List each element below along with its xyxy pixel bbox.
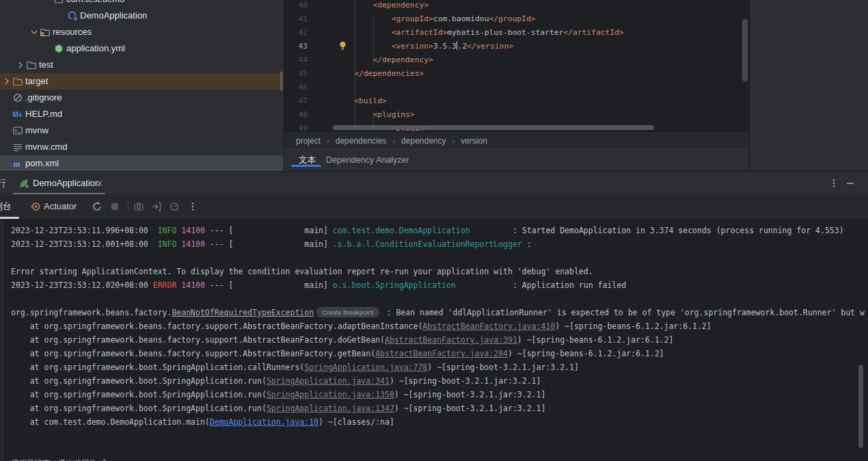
tree-item-com-test-demo[interactable]: com.test.demo <box>0 0 284 8</box>
attach-arrow-icon[interactable] <box>151 201 162 212</box>
stacktrace-link[interactable]: SpringApplication.java:1347 <box>267 404 394 413</box>
tree-item-pom-xml[interactable]: mpom.xml <box>0 155 284 171</box>
tree-item-target[interactable]: target <box>0 73 284 90</box>
tree-item-mvnw-cmd[interactable]: mvnw.cmd <box>0 139 284 155</box>
code-line-41: <groupId>com.baomidou</groupId> <box>336 12 624 26</box>
text-segment: ) ~[spring-beans-6.1.2.jar:6.1.2] <box>555 321 711 331</box>
stacktrace-link[interactable]: SpringApplication.java:1358 <box>267 390 394 399</box>
console-line: 2023-12-23T23:53:11.996+08:00 INFO 14100… <box>11 224 868 237</box>
text-segment: at org.springframework.beans.factory.sup… <box>11 349 375 358</box>
stacktrace-link[interactable]: BeanNotOfRequiredTypeException <box>172 308 314 317</box>
tree-item-test[interactable]: test <box>0 57 284 73</box>
tree-item-demoapplication[interactable]: DemoApplication <box>0 8 284 24</box>
stacktrace-link[interactable]: SpringApplication.java:341 <box>267 376 390 386</box>
text-segment: <version> <box>392 42 433 51</box>
text-segment: : Application run failed <box>456 280 626 290</box>
breadcrumb-item-version[interactable]: version <box>461 136 487 146</box>
text-segment: com.test.demo.DemoApplication <box>333 226 470 235</box>
console-vertical-scrollbar[interactable] <box>858 365 863 448</box>
text-segment: : Bean named 'ddlApplicationRunner' is e… <box>382 308 865 317</box>
stacktrace-link[interactable]: SpringApplication.java:778 <box>304 363 427 372</box>
editor-vertical-scrollbar[interactable] <box>742 19 748 81</box>
breadcrumb-item-dependency[interactable]: dependency <box>401 136 446 146</box>
tree-item-label: target <box>25 73 48 90</box>
more-toolbar-icon[interactable] <box>187 201 198 212</box>
tab-text[interactable]: 文本 <box>299 150 316 172</box>
tree-item-help-md[interactable]: MHELP.md <box>0 106 284 122</box>
text-segment: o.s.boot.SpringApplication <box>333 280 456 290</box>
text-segment: at com.test.demo.DemoApplication.main( <box>11 417 210 427</box>
tree-item-label: .gitignore <box>25 90 62 106</box>
stacktrace-link[interactable]: AbstractBeanFactory.java:204 <box>375 349 508 358</box>
more-options-icon[interactable] <box>828 178 839 189</box>
text-segment: --- [ main] <box>205 239 333 249</box>
console-line: at com.test.demo.DemoApplication.main(De… <box>11 415 868 429</box>
text-segment: INFO <box>158 226 177 235</box>
text-segment: at org.springframework.boot.SpringApplic… <box>11 390 267 399</box>
text-segment: <build> <box>354 96 387 105</box>
console-line: 2023-12-23T23:53:12.020+08:00 ERROR 1410… <box>11 278 868 292</box>
text-segment: 2023-12-23T23:53:11.996+08:00 <box>11 226 158 235</box>
code-line-47: <build> <box>336 94 624 108</box>
text-segment: 14100 <box>181 280 205 290</box>
text-segment <box>336 1 372 10</box>
gauge-icon[interactable] <box>169 201 180 212</box>
line-number: 40 <box>284 0 308 12</box>
text-segment: </dependencies> <box>354 69 424 78</box>
text-segment: 2023-12-23T23:53:12.001+08:00 <box>11 239 158 249</box>
close-icon[interactable] <box>94 178 105 189</box>
tree-item-label: DemoApplication <box>80 8 147 24</box>
text-segment: ERROR <box>153 280 177 290</box>
tree-item-application-yml[interactable]: application.yml <box>0 40 284 57</box>
code-line-45: </dependencies> <box>336 67 624 81</box>
code-editor[interactable]: 40414243444546474849 <dependency> <group… <box>284 0 749 131</box>
text-segment: 进程已结束，退出代码为 1 <box>11 458 107 461</box>
console-output[interactable]: 2023-12-23T23:53:11.996+08:00 INFO 14100… <box>0 219 868 461</box>
stacktrace-link[interactable]: AbstractBeanFactory.java:410 <box>422 321 555 331</box>
run-toolwindow-label: 运行 <box>0 172 6 195</box>
line-number: 46 <box>284 81 308 94</box>
breadcrumb-separator-icon: › <box>452 137 455 145</box>
thread-dump-camera-icon[interactable] <box>133 201 144 212</box>
rerun-icon[interactable] <box>92 201 103 212</box>
breadcrumb-item-dependencies[interactable]: dependencies <box>336 136 387 146</box>
ide-window: com.test.demoDemoApplicationresourcesapp… <box>0 0 868 461</box>
text-segment: --- [ main] <box>205 280 333 290</box>
stop-icon[interactable] <box>109 201 120 212</box>
breadcrumb-item-project[interactable]: project <box>296 136 321 146</box>
line-number: 47 <box>284 94 308 108</box>
breadcrumb-bar: project›dependencies›dependency›version <box>284 131 749 149</box>
line-number: 49 <box>284 122 308 131</box>
stacktrace-link[interactable]: DemoApplication.java:10 <box>210 417 318 427</box>
text-segment: </dependency> <box>372 55 433 64</box>
tree-item-resources[interactable]: resources <box>0 24 284 40</box>
tree-item-mvnw[interactable]: mvnw <box>0 122 284 139</box>
text-segment: ) ~[spring-beans-6.1.2.jar:6.1.2] <box>517 335 673 345</box>
console-tab[interactable]: 控制台 <box>0 194 19 219</box>
tree-scrollbar[interactable] <box>280 71 282 91</box>
spring-config-icon <box>53 43 64 54</box>
tab-dependency-analyzer[interactable]: Dependency Analyzer <box>326 150 409 172</box>
minimize-icon[interactable] <box>845 178 856 189</box>
ignore-icon <box>12 92 23 103</box>
stacktrace-link[interactable]: AbstractBeanFactory.java:391 <box>385 335 517 345</box>
editor-bottom-tabbar: 文本Dependency Analyzer <box>284 149 749 171</box>
tree-item--gitignore[interactable]: .gitignore <box>0 90 284 106</box>
actuator-tab-label: Actuator <box>44 194 77 219</box>
intention-bulb-icon[interactable] <box>338 40 348 51</box>
console-line: 2023-12-23T23:53:12.001+08:00 INFO 14100… <box>11 237 868 251</box>
text-segment: <groupId> <box>392 14 433 23</box>
code-line-40: <dependency> <box>336 0 624 12</box>
chevron-right-icon[interactable] <box>1 76 12 87</box>
chevron-down-icon[interactable] <box>29 27 40 38</box>
text-segment <box>336 110 372 119</box>
editor-gutter: 40414243444546474849 <box>284 0 308 131</box>
create-breakpoint-badge[interactable]: Create breakpoint <box>316 307 379 317</box>
text-segment: </artifactId> <box>563 28 623 37</box>
code-line-42: <artifactId>mybatis-plus-boot-starter</a… <box>336 26 624 40</box>
chevron-right-icon[interactable] <box>15 60 26 70</box>
editor-horizontal-scrollbar[interactable] <box>333 125 654 130</box>
text-segment: ) ~[spring-boot-3.2.1.jar:3.2.1] <box>394 404 546 413</box>
text-segment: --- [ main] <box>205 226 333 235</box>
maven-icon: m <box>12 158 23 169</box>
